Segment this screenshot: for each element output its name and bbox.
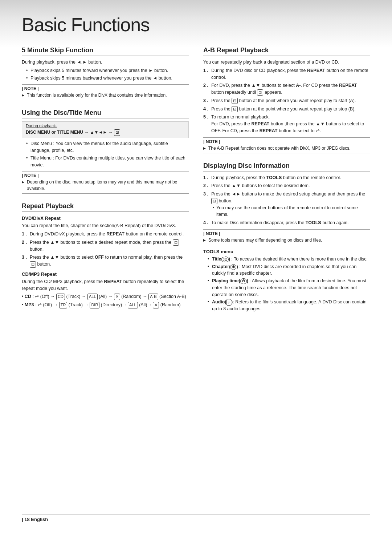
ab-repeat-note-box: | NOTE | The A-B Repeat function does no… [203, 137, 370, 153]
tools-menu-item-playing-time: Playing time(⏱) : Allows playback of the… [208, 278, 370, 298]
disc-menu-bullets: Disc Menu : You can view the menus for t… [22, 140, 189, 168]
skip-note-label: | NOTE | [22, 86, 189, 91]
skip-bullets: Playback skips 5 minutes forward wheneve… [22, 67, 189, 82]
ab-repeat-list: 1 . During the DVD disc or CD playback, … [203, 67, 370, 134]
disc-info-item-2: 2 . Press the ▲▼ buttons to select the d… [203, 182, 370, 189]
disc-info-note-item-1: Some tools menus may differ depending on… [203, 237, 370, 243]
dvd-repeat-intro: You can repeat the title, chapter or the… [22, 222, 189, 229]
section-title-disc-menu: Using the Disc/Title Menu [22, 109, 189, 118]
skip-bullet-2: Playback skips 5 minutes backward whenev… [26, 75, 189, 82]
disc-menu-note-label: | NOTE | [22, 173, 189, 178]
skip-note-item-1: This function is available only for the … [22, 92, 189, 98]
disc-info-note-label: | NOTE | [203, 231, 370, 236]
dvd-repeat-item-3: 3 . Press the ▲▼ buttons to select OFF t… [22, 254, 189, 268]
tools-menu-item-audio: Audio(♪): Refers to the film's soundtrac… [208, 299, 370, 312]
tools-menu-item-chapter: Chapter(❋) : Most DVD discs are recorded… [208, 263, 370, 277]
section-repeat-playback: Repeat Playback DVD/DivX Repeat You can … [22, 202, 189, 308]
left-column: 5 Minute Skip Function During playback, … [22, 47, 189, 321]
cd-repeat-intro: During the CD/ MP3 playback, press the R… [22, 278, 189, 292]
disc-info-item-3: 3 . Press the ◄► buttons to make the des… [203, 191, 370, 218]
section-title-repeat: Repeat Playback [22, 202, 189, 212]
mp3-line: • MP3 : ⇌ (Off) → TR (Track) → DIR (Dire… [22, 302, 189, 308]
section-title-ab-repeat: A-B Repeat Playback [203, 47, 370, 56]
section-title-disc-info: Displaying Disc Information [203, 162, 370, 171]
cd-line: • CD : ⇌ (Off) → CD (Track) → ALL (All) … [22, 293, 189, 300]
disc-menu-bullet-2: Title Menu : For DVDs containing multipl… [26, 155, 189, 169]
ab-repeat-note-item-1: The A-B Repeat function does not operate… [203, 145, 370, 152]
playback-box: During playback. DISC MENU or TITLE MENU… [22, 121, 189, 138]
disc-menu-bullet-1: Disc Menu : You can view the menus for t… [26, 140, 189, 154]
disc-info-sub-bullet: You may use the number buttons of the re… [211, 205, 370, 218]
menu-sequence: DISC MENU or TITLE MENU → ▲▼◄► → ⊡ [26, 129, 185, 136]
section-title-skip: 5 Minute Skip Function [22, 47, 189, 56]
ab-repeat-item-2: 2 . For DVD, press the ▲▼ buttons to sel… [203, 82, 370, 96]
page-wrapper: Basic Functions 5 Minute Skip Function D… [0, 0, 392, 533]
disc-menu-note-box: | NOTE | Depending on the disc, menu set… [22, 171, 189, 194]
page-title: Basic Functions [0, 0, 392, 43]
footer-text: | 18 English [22, 517, 48, 522]
content-area: 5 Minute Skip Function During playback, … [0, 43, 392, 336]
skip-note-box: | NOTE | This function is available only… [22, 84, 189, 100]
disc-info-item-4: 4 . To make Disc information disappear, … [203, 219, 370, 226]
playback-label: During playback. [26, 124, 185, 128]
skip-intro: During playback, press the ◄,► button. [22, 59, 189, 66]
tools-menu-list: Title(⊡) : To access the desired title w… [203, 256, 370, 312]
ab-repeat-note-label: | NOTE | [203, 139, 370, 144]
subsection-cd-repeat: CD/MP3 Repeat [22, 271, 189, 277]
disc-info-item-1: 1 . During playback, press the TOOLS but… [203, 174, 370, 181]
dvd-repeat-list: 1 . During DVD/DivX playback, press the … [22, 231, 189, 268]
section-ab-repeat: A-B Repeat Playback You can repeatedly p… [203, 47, 370, 153]
ab-repeat-item-4: 4 . Press the ⊡ button at the point wher… [203, 106, 370, 113]
ab-repeat-item-1: 1 . During the DVD disc or CD playback, … [203, 67, 370, 81]
tools-menu-item-title: Title(⊡) : To access the desired title w… [208, 256, 370, 263]
disc-info-list: 1 . During playback, press the TOOLS but… [203, 174, 370, 226]
ab-repeat-intro: You can repeatedly play back a designate… [203, 59, 370, 66]
ab-repeat-item-3: 3 . Press the ⊡ button at the point wher… [203, 97, 370, 104]
section-disc-title-menu: Using the Disc/Title Menu During playbac… [22, 109, 189, 194]
ab-repeat-item-5: 5 . To return to normal playback, For DV… [203, 114, 370, 134]
section-5-minute-skip: 5 Minute Skip Function During playback, … [22, 47, 189, 100]
footer-bar: | 18 English [22, 514, 370, 522]
disc-menu-note-item-1: Depending on the disc, menu setup items … [22, 179, 189, 192]
section-disc-info: Displaying Disc Information 1 . During p… [203, 162, 370, 312]
disc-info-note-box: | NOTE | Some tools menus may differ dep… [203, 229, 370, 245]
dvd-repeat-item-1: 1 . During DVD/DivX playback, press the … [22, 231, 189, 238]
skip-bullet-1: Playback skips 5 minutes forward wheneve… [26, 67, 189, 74]
tools-menu-title: TOOLS menu [203, 249, 370, 254]
subsection-dvd-repeat: DVD/DivX Repeat [22, 215, 189, 221]
right-column: A-B Repeat Playback You can repeatedly p… [203, 47, 370, 321]
dvd-repeat-item-2: 2 . Press the ▲▼ buttons to select a des… [22, 239, 189, 253]
